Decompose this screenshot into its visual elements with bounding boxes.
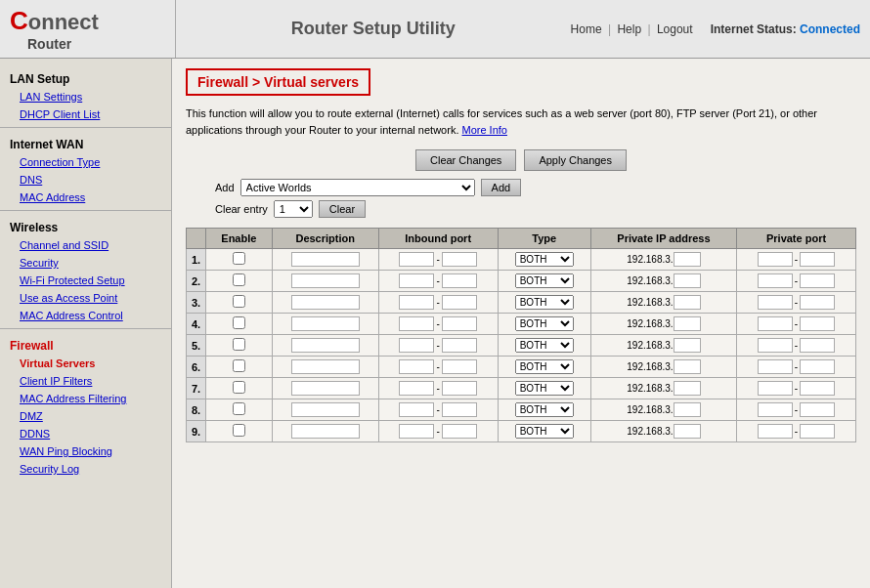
type-select-9[interactable]: BOTHTCPUDP (515, 424, 574, 439)
enable-checkbox-3[interactable] (233, 295, 245, 308)
inbound-port-start-9[interactable] (399, 424, 434, 439)
clear-changes-button[interactable]: Clear Changes (415, 149, 516, 171)
add-select[interactable]: Active Worlds AIM Talk AOL DNS FTP HTTP … (240, 179, 475, 196)
private-port-start-8[interactable] (758, 402, 793, 417)
description-input-2[interactable] (291, 273, 360, 288)
private-port-end-1[interactable] (800, 252, 835, 267)
private-port-end-7[interactable] (800, 381, 835, 396)
sidebar-item-dhcp-client-list[interactable]: DHCP Client List (0, 105, 171, 123)
private-port-start-5[interactable] (758, 338, 793, 353)
apply-changes-button[interactable]: Apply Changes (524, 149, 627, 171)
inbound-port-start-3[interactable] (399, 295, 434, 310)
logout-link[interactable]: Logout (657, 22, 693, 36)
enable-checkbox-9[interactable] (233, 424, 245, 437)
inbound-port-start-7[interactable] (399, 381, 434, 396)
enable-checkbox-2[interactable] (233, 273, 245, 286)
sidebar-item-dmz[interactable]: DMZ (0, 407, 171, 425)
enable-checkbox-8[interactable] (233, 402, 245, 415)
private-ip-input-8[interactable] (674, 402, 701, 417)
inbound-port-end-1[interactable] (442, 252, 477, 267)
private-ip-input-7[interactable] (674, 381, 701, 396)
description-input-1[interactable] (291, 252, 360, 267)
private-port-end-8[interactable] (800, 402, 835, 417)
add-button[interactable]: Add (481, 179, 522, 196)
type-select-2[interactable]: BOTHTCPUDP (515, 273, 574, 288)
private-port-range-4: - (741, 316, 851, 331)
private-port-start-2[interactable] (758, 273, 793, 288)
private-ip-input-9[interactable] (674, 424, 701, 439)
private-ip-input-6[interactable] (674, 359, 701, 374)
type-select-4[interactable]: BOTHTCPUDP (515, 316, 574, 331)
type-select-5[interactable]: BOTHTCPUDP (515, 338, 574, 353)
sidebar-item-wan-ping-blocking[interactable]: WAN Ping Blocking (0, 442, 171, 460)
sidebar-item-use-access-point[interactable]: Use as Access Point (0, 289, 171, 307)
private-ip-input-3[interactable] (674, 295, 701, 310)
inbound-port-start-1[interactable] (399, 252, 434, 267)
inbound-port-start-6[interactable] (399, 359, 434, 374)
private-ip-input-4[interactable] (674, 316, 701, 331)
private-ip-input-2[interactable] (674, 273, 701, 288)
description-input-9[interactable] (291, 424, 360, 439)
sidebar-item-connection-type[interactable]: Connection Type (0, 153, 171, 171)
description-input-7[interactable] (291, 381, 360, 396)
inbound-port-end-9[interactable] (442, 424, 477, 439)
private-port-start-3[interactable] (758, 295, 793, 310)
private-port-end-3[interactable] (800, 295, 835, 310)
private-port-start-6[interactable] (758, 359, 793, 374)
more-info-link[interactable]: More Info (462, 124, 507, 136)
sidebar-item-dns[interactable]: DNS (0, 171, 171, 189)
private-port-end-2[interactable] (800, 273, 835, 288)
description-input-3[interactable] (291, 295, 360, 310)
inbound-port-start-8[interactable] (399, 402, 434, 417)
sidebar-item-client-ip-filters[interactable]: Client IP Filters (0, 372, 171, 390)
type-select-8[interactable]: BOTHTCPUDP (515, 402, 574, 417)
description-input-6[interactable] (291, 359, 360, 374)
inbound-port-end-3[interactable] (442, 295, 477, 310)
description-input-8[interactable] (291, 402, 360, 417)
inbound-port-end-2[interactable] (442, 273, 477, 288)
private-port-end-9[interactable] (800, 424, 835, 439)
sidebar-item-mac-address-control[interactable]: MAC Address Control (0, 307, 171, 324)
clear-entry-select[interactable]: 1234 5678 910 (274, 200, 313, 218)
enable-checkbox-4[interactable] (233, 316, 245, 329)
private-port-start-1[interactable] (758, 252, 793, 267)
sidebar-item-security[interactable]: Security (0, 254, 171, 272)
clear-button[interactable]: Clear (319, 200, 366, 218)
inbound-port-end-7[interactable] (442, 381, 477, 396)
enable-checkbox-5[interactable] (233, 338, 245, 351)
private-port-end-4[interactable] (800, 316, 835, 331)
sidebar-item-virtual-servers[interactable]: Virtual Servers (0, 355, 171, 372)
inbound-port-end-5[interactable] (442, 338, 477, 353)
inbound-port-start-4[interactable] (399, 316, 434, 331)
enable-checkbox-6[interactable] (233, 359, 245, 372)
description-input-4[interactable] (291, 316, 360, 331)
type-select-1[interactable]: BOTHTCPUDP (515, 252, 574, 267)
sidebar-item-mac-address[interactable]: MAC Address (0, 189, 171, 206)
help-link[interactable]: Help (617, 22, 641, 36)
enable-checkbox-7[interactable] (233, 381, 245, 394)
private-ip-input-1[interactable] (674, 252, 701, 267)
private-ip-input-5[interactable] (674, 338, 701, 353)
sidebar-item-lan-settings[interactable]: LAN Settings (0, 88, 171, 105)
private-port-start-7[interactable] (758, 381, 793, 396)
sidebar-item-channel-ssid[interactable]: Channel and SSID (0, 236, 171, 254)
private-port-start-9[interactable] (758, 424, 793, 439)
inbound-port-start-2[interactable] (399, 273, 434, 288)
sidebar-item-ddns[interactable]: DDNS (0, 425, 171, 442)
description-input-5[interactable] (291, 338, 360, 353)
type-select-7[interactable]: BOTHTCPUDP (515, 381, 574, 396)
type-select-3[interactable]: BOTHTCPUDP (515, 295, 574, 310)
inbound-port-end-6[interactable] (442, 359, 477, 374)
home-link[interactable]: Home (571, 22, 602, 36)
private-port-end-6[interactable] (800, 359, 835, 374)
type-select-6[interactable]: BOTHTCPUDP (515, 359, 574, 374)
private-port-end-5[interactable] (800, 338, 835, 353)
sidebar-item-security-log[interactable]: Security Log (0, 460, 171, 478)
inbound-port-end-4[interactable] (442, 316, 477, 331)
inbound-port-end-8[interactable] (442, 402, 477, 417)
inbound-port-start-5[interactable] (399, 338, 434, 353)
sidebar-item-wifi-protected-setup[interactable]: Wi-Fi Protected Setup (0, 272, 171, 289)
sidebar-item-mac-address-filtering[interactable]: MAC Address Filtering (0, 390, 171, 407)
private-port-start-4[interactable] (758, 316, 793, 331)
enable-checkbox-1[interactable] (233, 252, 245, 265)
